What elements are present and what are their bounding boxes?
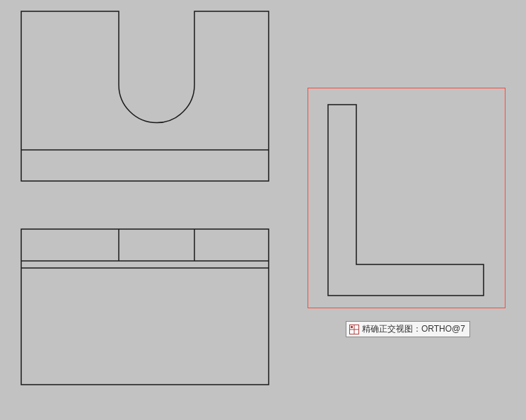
top-view[interactable]	[21, 229, 269, 385]
tooltip-label: 精确正交视图：ORTHO@7	[362, 323, 465, 335]
side-view-outline	[328, 105, 484, 296]
front-view[interactable]	[21, 11, 269, 181]
ortho-view-icon	[349, 325, 359, 334]
front-view-outline	[21, 11, 269, 181]
side-view[interactable]	[328, 105, 484, 296]
top-view-outline	[21, 229, 269, 385]
cad-canvas[interactable]	[0, 0, 526, 420]
view-tooltip: 精确正交视图：ORTHO@7	[346, 321, 470, 337]
svg-rect-3	[351, 326, 353, 328]
